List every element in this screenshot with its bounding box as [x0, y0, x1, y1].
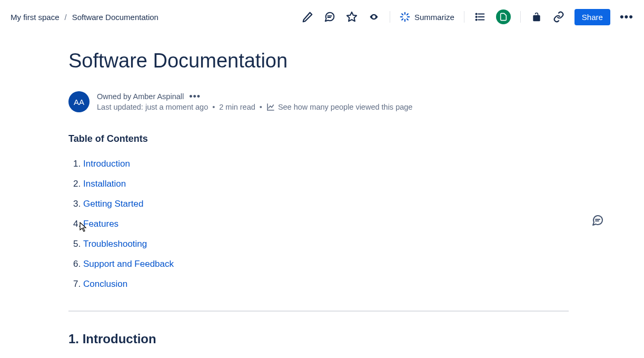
toc-item: Support and Feedback	[83, 254, 516, 274]
toc-link-getting-started[interactable]: Getting Started	[83, 199, 143, 209]
read-time-text: 2 min read	[219, 103, 255, 111]
toc-link-troubleshooting[interactable]: Troubleshooting	[83, 239, 147, 249]
watch-icon[interactable]	[368, 11, 380, 23]
dot-separator: •	[212, 103, 215, 111]
toc-link-introduction[interactable]: Introduction	[83, 159, 130, 169]
svg-line-8	[402, 14, 403, 15]
automation-icon[interactable]	[496, 9, 511, 24]
breadcrumb: My first space / Software Documentation	[11, 13, 158, 22]
breadcrumb-space-link[interactable]: My first space	[11, 13, 60, 22]
summarize-label: Summarize	[414, 13, 454, 22]
toc-item: Installation	[83, 174, 516, 194]
svg-point-3	[373, 16, 375, 18]
inline-comment-icon[interactable]	[591, 214, 604, 227]
toolbar-actions: Summarize Share •••	[301, 9, 633, 25]
restrictions-icon[interactable]	[530, 11, 543, 23]
toc-item: Conclusion	[83, 274, 516, 294]
avatar[interactable]: AA	[68, 91, 90, 112]
toc-item: Features	[83, 214, 516, 234]
outline-icon[interactable]	[474, 11, 487, 23]
svg-line-10	[402, 19, 403, 20]
toc-link-features[interactable]: Features	[83, 219, 118, 229]
page-content: Software Documentation AA Owned by Amber…	[0, 34, 516, 346]
toc-list: Introduction Installation Getting Starte…	[68, 154, 516, 295]
owned-by-text: Owned by Amber Aspinall	[97, 92, 184, 101]
svg-point-14	[475, 16, 477, 17]
dot-separator: •	[260, 103, 262, 111]
breadcrumb-page-link[interactable]: Software Documentation	[72, 13, 158, 22]
comment-icon[interactable]	[323, 11, 336, 23]
svg-line-11	[407, 14, 408, 15]
views-link[interactable]: See how many people viewed this page	[266, 103, 413, 111]
svg-marker-2	[347, 12, 356, 21]
meta-texts: Owned by Amber Aspinall ••• Last updated…	[97, 92, 412, 111]
meta-more-icon[interactable]: •••	[189, 94, 201, 99]
toc-item: Introduction	[83, 154, 516, 174]
section-heading-introduction: 1. Introduction	[68, 332, 516, 346]
svg-point-16	[475, 19, 477, 20]
top-bar: My first space / Software Documentation …	[0, 0, 644, 34]
svg-line-9	[407, 19, 408, 20]
separator	[390, 11, 390, 23]
edit-icon[interactable]	[301, 11, 314, 23]
toc-heading: Table of Contents	[68, 133, 516, 144]
separator	[520, 11, 521, 23]
svg-point-12	[475, 13, 477, 14]
toc-item: Getting Started	[83, 194, 516, 214]
page-meta: AA Owned by Amber Aspinall ••• Last upda…	[68, 91, 516, 112]
summarize-button[interactable]: Summarize	[400, 12, 454, 22]
views-text: See how many people viewed this page	[278, 103, 413, 111]
sparkle-icon	[400, 12, 410, 22]
toc-item: Troubleshooting	[83, 234, 516, 254]
toc-link-installation[interactable]: Installation	[83, 179, 126, 189]
toc-link-support[interactable]: Support and Feedback	[83, 259, 174, 269]
star-icon[interactable]	[345, 11, 358, 23]
last-updated-text: Last updated: just a moment ago	[97, 103, 208, 111]
section-divider	[68, 311, 569, 312]
analytics-icon	[266, 103, 275, 111]
breadcrumb-separator: /	[65, 13, 67, 22]
separator	[464, 11, 464, 23]
toc-link-conclusion[interactable]: Conclusion	[83, 279, 127, 289]
share-button[interactable]: Share	[574, 9, 610, 25]
page-title: Software Documentation	[68, 50, 516, 72]
link-icon[interactable]	[552, 11, 565, 23]
more-actions-icon[interactable]: •••	[620, 11, 633, 23]
